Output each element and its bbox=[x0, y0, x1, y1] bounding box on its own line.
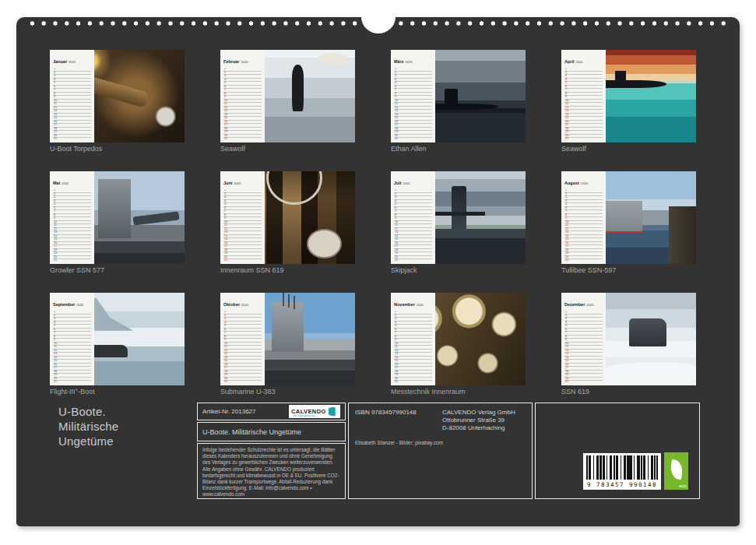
calvendo-logo-tagline: der Kalenderverlag bbox=[294, 414, 315, 417]
mini-calendar-days: 1.2.3.4.5.6.7.8.9.10.11.12.13.14.15.16.1… bbox=[394, 311, 432, 384]
month-thumbnail: Oktober2020 1.2.3.4.5.6.7.8.9.10.11.12.1… bbox=[220, 293, 355, 396]
calendar-title-text: U-Boote. Militärische Ungetüme bbox=[202, 428, 301, 436]
photo-caption: Growler SSN 577 bbox=[50, 266, 185, 275]
month-year: 2020 bbox=[581, 181, 588, 185]
mini-calendar: Oktober2020 1.2.3.4.5.6.7.8.9.10.11.12.1… bbox=[220, 293, 265, 385]
photo-caption: Ethan Allen bbox=[391, 145, 526, 153]
day-row: 21. bbox=[223, 381, 262, 384]
photo-decor bbox=[602, 363, 696, 385]
mini-calendar: Mai2020 1.2.3.4.5.6.7.8.9.10.11.12.13.14… bbox=[50, 171, 94, 264]
mini-calendar-days: 1.2.3.4.5.6.7.8.9.10.11.12.13.14.15.16.1… bbox=[564, 189, 603, 262]
month-name: Juli bbox=[394, 181, 401, 185]
mini-calendar-header: Juli2020 bbox=[394, 174, 432, 188]
month-year: 2020 bbox=[586, 303, 593, 307]
publisher-row: ISBN 9783457990148 CALVENDO Verlag GmbH … bbox=[355, 409, 526, 432]
mini-calendar-days: 1.2.3.4.5.6.7.8.9.10.11.12.13.14.15.16.1… bbox=[223, 68, 262, 141]
publisher-name: CALVENDO Verlag GmbH bbox=[442, 409, 515, 417]
month-thumbnail: Dezember2020 1.2.3.4.5.6.7.8.9.10.11.12.… bbox=[561, 293, 696, 396]
mini-calendar-days: 1.2.3.4.5.6.7.8.9.10.11.12.13.14.15.16.1… bbox=[564, 311, 603, 384]
mini-calendar-header: September2020 bbox=[53, 295, 91, 309]
day-row: 21. bbox=[564, 138, 603, 141]
month-name: März bbox=[394, 59, 404, 64]
photo-decor bbox=[629, 318, 666, 346]
author-credit: Elisabeth Stanzer - Bilder: pixabay.com bbox=[355, 440, 526, 445]
mini-calendar: Dezember2020 1.2.3.4.5.6.7.8.9.10.11.12.… bbox=[561, 293, 606, 385]
month-photo: Februar2020 1.2.3.4.5.6.7.8.9.10.11.12.1… bbox=[220, 50, 355, 142]
month-photo: August2020 1.2.3.4.5.6.7.8.9.10.11.12.13… bbox=[561, 171, 696, 264]
photo-decor bbox=[318, 53, 348, 65]
photo-caption: Seawolf bbox=[561, 145, 696, 153]
day-row: 21. bbox=[223, 259, 262, 262]
month-year: 2020 bbox=[417, 303, 424, 307]
mini-calendar-days: 1.2.3.4.5.6.7.8.9.10.11.12.13.14.15.16.1… bbox=[223, 189, 262, 262]
photo-decor bbox=[266, 171, 323, 205]
calendar-title-line: U-Boote. bbox=[58, 404, 118, 419]
calvendo-logo: CALVENDO der Kalenderverlag bbox=[289, 405, 340, 418]
photo-decor bbox=[292, 65, 304, 111]
article-number-box: Artikel-Nr. 2013627 CALVENDO der Kalende… bbox=[197, 403, 346, 420]
month-year: 2020 bbox=[241, 303, 248, 307]
imprint-left-column: Artikel-Nr. 2013627 CALVENDO der Kalende… bbox=[197, 403, 346, 499]
mini-calendar-days: 1.2.3.4.5.6.7.8.9.10.11.12.13.14.15.16.1… bbox=[53, 311, 91, 384]
isbn-text: ISBN 9783457990148 bbox=[355, 409, 433, 432]
mini-calendar-days: 1.2.3.4.5.6.7.8.9.10.11.12.13.14.15.16.1… bbox=[53, 68, 91, 141]
month-photo: Juli2020 1.2.3.4.5.6.7.8.9.10.11.12.13.1… bbox=[391, 171, 526, 264]
month-photo: Oktober2020 1.2.3.4.5.6.7.8.9.10.11.12.1… bbox=[220, 293, 355, 385]
calendar-title-line: Ungetüme bbox=[58, 434, 118, 448]
month-year: 2020 bbox=[76, 303, 83, 307]
month-name: Mai bbox=[53, 181, 60, 185]
photo-caption: Skipjack bbox=[391, 266, 526, 275]
month-year: 2020 bbox=[69, 60, 76, 64]
calendar-title-line: Militärische bbox=[58, 419, 118, 434]
publisher-street: Ottobrunner Straße 39 bbox=[442, 417, 515, 424]
mini-calendar-header: März2020 bbox=[394, 52, 432, 66]
photo-decor bbox=[452, 186, 466, 230]
barcode-bars bbox=[586, 455, 658, 480]
photo-caption: Tullibee SSN-597 bbox=[561, 266, 696, 275]
month-year: 2020 bbox=[62, 181, 69, 185]
mini-calendar-header: November2020 bbox=[394, 295, 432, 309]
month-thumbnail: Januar2020 1.2.3.4.5.6.7.8.9.10.11.12.13… bbox=[50, 50, 185, 153]
photo-decor bbox=[669, 206, 696, 264]
photo-decor bbox=[434, 212, 485, 216]
day-row: 21. bbox=[564, 381, 603, 384]
day-row: 21. bbox=[394, 259, 432, 262]
imprint-panel: Artikel-Nr. 2013627 CALVENDO der Kalende… bbox=[197, 403, 700, 499]
month-photo: Juni2020 1.2.3.4.5.6.7.8.9.10.11.12.13.1… bbox=[220, 171, 355, 264]
month-year: 2020 bbox=[406, 60, 413, 64]
month-name: Juni bbox=[223, 181, 232, 185]
publisher-city: D-82008 Unterhaching bbox=[442, 424, 515, 432]
photo-caption: Seawolf bbox=[220, 145, 355, 153]
photo-caption: Flight-III°-Boot bbox=[50, 388, 185, 396]
day-row: 21. bbox=[564, 259, 603, 262]
mini-calendar-header: Januar2020 bbox=[53, 52, 91, 66]
eco-label: eco bbox=[679, 483, 687, 488]
mini-calendar: September2020 1.2.3.4.5.6.7.8.9.10.11.12… bbox=[50, 293, 94, 385]
photo-decor bbox=[133, 211, 180, 225]
calendar-title-box: U-Boote. Militärische Ungetüme bbox=[197, 422, 346, 441]
mini-calendar: Januar2020 1.2.3.4.5.6.7.8.9.10.11.12.13… bbox=[50, 50, 94, 142]
photo-decor bbox=[272, 302, 304, 352]
month-thumbnail: März2020 1.2.3.4.5.6.7.8.9.10.11.12.13.1… bbox=[391, 50, 526, 153]
mini-calendar-days: 1.2.3.4.5.6.7.8.9.10.11.12.13.14.15.16.1… bbox=[53, 189, 91, 262]
photo-decor bbox=[98, 179, 131, 238]
month-thumbnail: Mai2020 1.2.3.4.5.6.7.8.9.10.11.12.13.14… bbox=[50, 171, 185, 275]
month-grid: Januar2020 1.2.3.4.5.6.7.8.9.10.11.12.13… bbox=[50, 50, 696, 396]
legal-notice-text: Infolge bestehender Schutzrechte ist es … bbox=[202, 447, 339, 497]
month-photo: September2020 1.2.3.4.5.6.7.8.9.10.11.12… bbox=[50, 293, 185, 385]
hanger-notch bbox=[361, 1, 396, 33]
ean-barcode: 9 783457 990148 bbox=[583, 453, 661, 490]
month-year: 2020 bbox=[576, 60, 583, 64]
month-photo: Dezember2020 1.2.3.4.5.6.7.8.9.10.11.12.… bbox=[561, 293, 696, 385]
leaf-icon bbox=[669, 459, 684, 479]
mini-calendar: Februar2020 1.2.3.4.5.6.7.8.9.10.11.12.1… bbox=[220, 50, 265, 142]
month-thumbnail: Juli2020 1.2.3.4.5.6.7.8.9.10.11.12.13.1… bbox=[391, 171, 526, 275]
month-photo: November2020 1.2.3.4.5.6.7.8.9.10.11.12.… bbox=[391, 293, 526, 385]
photo-caption: SSN 619 bbox=[561, 388, 696, 396]
barcode-digits: 9 783457 990148 bbox=[586, 481, 658, 488]
photo-decor bbox=[307, 229, 342, 258]
mini-calendar-header: Februar2020 bbox=[223, 52, 262, 66]
month-name: August bbox=[564, 181, 579, 185]
article-number: Artikel-Nr. 2013627 bbox=[202, 408, 255, 415]
mini-calendar: Juni2020 1.2.3.4.5.6.7.8.9.10.11.12.13.1… bbox=[220, 171, 265, 264]
